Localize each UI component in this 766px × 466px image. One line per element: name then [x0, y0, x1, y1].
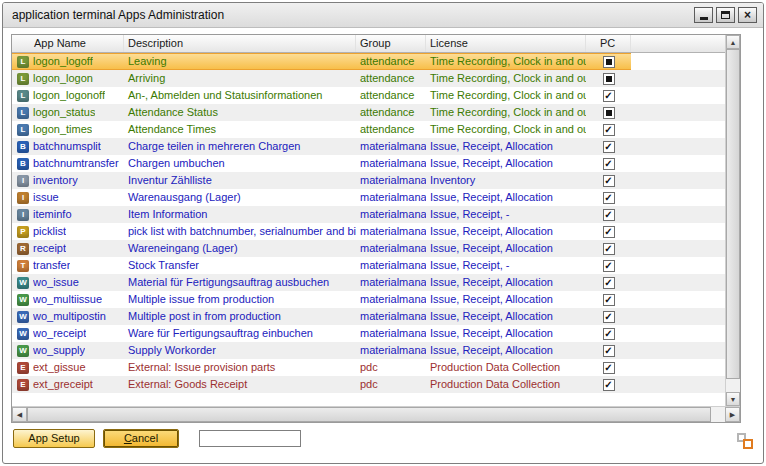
app-group: materialmanagement [356, 342, 426, 359]
column-header-group[interactable]: Group [356, 35, 426, 52]
pc-cell [586, 257, 631, 274]
app-description: External: Issue provision parts [124, 359, 356, 376]
table-row[interactable]: E ext_greceipt External: Goods Receipt p… [12, 376, 725, 393]
app-license: Issue, Receipt, Allocation [426, 342, 586, 359]
table-row[interactable]: R receipt Wareneingang (Lager) materialm… [12, 240, 725, 257]
cancel-button[interactable]: Cancel [103, 429, 179, 448]
pc-checkbox[interactable] [603, 175, 615, 187]
column-header-description[interactable]: Description [124, 35, 356, 52]
vertical-scrollbar[interactable]: ▲ ▼ [725, 35, 740, 406]
pc-checkbox[interactable] [603, 260, 615, 272]
column-header-app-name[interactable]: App Name [12, 35, 124, 52]
table-row[interactable]: P picklist pick list with batchnumber, s… [12, 223, 725, 240]
close-button[interactable]: × [738, 7, 757, 23]
pc-checkbox[interactable] [603, 294, 615, 306]
table-row[interactable]: L logon_logonoff An-, Abmelden und Statu… [12, 87, 725, 104]
pc-checkbox[interactable] [603, 124, 615, 136]
pc-checkbox[interactable] [603, 345, 615, 357]
maximize-button[interactable] [716, 7, 735, 23]
column-header-license[interactable]: License [426, 35, 586, 52]
table-row[interactable]: W wo_issue Material für Fertigungsauftra… [12, 274, 725, 291]
pc-checkbox[interactable] [603, 141, 615, 153]
row-filler [631, 53, 725, 70]
table-row[interactable]: L logon_times Attendance Times attendanc… [12, 121, 725, 138]
pc-checkbox[interactable] [603, 277, 615, 289]
filter-input[interactable] [199, 430, 301, 447]
app-icon: W [17, 328, 29, 340]
app-license: Issue, Receipt, Allocation [426, 274, 586, 291]
table-row[interactable]: I iteminfo Item Information materialmana… [12, 206, 725, 223]
table-row[interactable]: L logon_logon Arriving attendance Time R… [12, 70, 725, 87]
row-filler [631, 87, 725, 104]
vertical-scrollbar-thumb[interactable] [726, 49, 740, 379]
app-name-text: picklist [33, 223, 66, 240]
pc-checkbox[interactable] [603, 90, 615, 102]
app-description: Warenausgang (Lager) [124, 189, 356, 206]
scroll-up-icon[interactable]: ▲ [726, 35, 740, 49]
scroll-left-icon[interactable]: ◀ [12, 407, 27, 422]
app-setup-button[interactable]: App Setup [13, 429, 95, 448]
table-row[interactable]: I inventory Inventur Zählliste materialm… [12, 172, 725, 189]
app-name-text: ext_greceipt [33, 376, 93, 393]
horizontal-scrollbar-thumb[interactable] [27, 407, 711, 422]
table-row[interactable]: T transfer Stock Transfer materialmanage… [12, 257, 725, 274]
app-icon: L [17, 107, 29, 119]
table-row[interactable]: B batchnumsplit Charge teilen in mehrere… [12, 138, 725, 155]
row-filler [631, 274, 725, 291]
table-header: App Name Description Group License PC [12, 35, 725, 53]
table-row[interactable]: W wo_supply Supply Workorder materialman… [12, 342, 725, 359]
pc-checkbox[interactable] [603, 243, 615, 255]
table-row[interactable]: B batchnumtransfer Chargen umbuchen mate… [12, 155, 725, 172]
app-icon: E [17, 379, 29, 391]
pc-checkbox[interactable] [603, 107, 615, 119]
app-license: Time Recording, Clock in and out [426, 104, 586, 121]
pc-checkbox[interactable] [603, 311, 615, 323]
table-row[interactable]: L logon_logoff Leaving attendance Time R… [12, 53, 725, 70]
app-name-cell: R receipt [12, 240, 124, 257]
table-row[interactable]: W wo_multipostin Multiple post in from p… [12, 308, 725, 325]
pc-checkbox[interactable] [603, 379, 615, 391]
app-name-text: logon_times [33, 121, 92, 138]
pc-cell [586, 240, 631, 257]
app-description: Leaving [124, 53, 356, 70]
table-row[interactable]: I issue Warenausgang (Lager) materialman… [12, 189, 725, 206]
app-description: Ware für Fertigungsauftrag einbuchen [124, 325, 356, 342]
app-description: Charge teilen in mehreren Chargen [124, 138, 356, 155]
pc-cell [586, 206, 631, 223]
app-license: Issue, Receipt, Allocation [426, 308, 586, 325]
minimize-button[interactable] [694, 7, 713, 23]
row-filler [631, 155, 725, 172]
pc-cell [586, 53, 631, 70]
app-name-cell: W wo_supply [12, 342, 124, 359]
row-filler [631, 359, 725, 376]
pc-checkbox[interactable] [603, 226, 615, 238]
pc-checkbox[interactable] [603, 362, 615, 374]
pc-checkbox[interactable] [603, 209, 615, 221]
scroll-down-icon[interactable]: ▼ [726, 392, 740, 406]
column-header-pc[interactable]: PC [586, 35, 631, 52]
apps-table: App Name Description Group License PC L … [11, 34, 741, 423]
app-description: Supply Workorder [124, 342, 356, 359]
table-row[interactable]: W wo_receipt Ware für Fertigungsauftrag … [12, 325, 725, 342]
app-name-text: wo_multiissue [33, 291, 102, 308]
pc-checkbox[interactable] [603, 158, 615, 170]
app-icon: W [17, 311, 29, 323]
pc-checkbox[interactable] [603, 56, 615, 68]
app-description: pick list with batchnumber, serialnumber… [124, 223, 356, 240]
resize-grip[interactable] [737, 433, 753, 449]
row-cells: W wo_receipt Ware für Fertigungsauftrag … [12, 325, 631, 342]
horizontal-scrollbar[interactable]: ◀ ▶ [12, 406, 740, 422]
app-icon: W [17, 277, 29, 289]
row-cells: W wo_multiissue Multiple issue from prod… [12, 291, 631, 308]
table-body: L logon_logoff Leaving attendance Time R… [12, 53, 725, 393]
pc-checkbox[interactable] [603, 328, 615, 340]
table-row[interactable]: E ext_gissue External: Issue provision p… [12, 359, 725, 376]
app-icon: R [17, 243, 29, 255]
pc-checkbox[interactable] [603, 73, 615, 85]
scroll-right-icon[interactable]: ▶ [725, 407, 740, 422]
app-group: attendance [356, 53, 426, 70]
pc-checkbox[interactable] [603, 192, 615, 204]
app-description: Inventur Zählliste [124, 172, 356, 189]
table-row[interactable]: W wo_multiissue Multiple issue from prod… [12, 291, 725, 308]
table-row[interactable]: L logon_status Attendance Status attenda… [12, 104, 725, 121]
